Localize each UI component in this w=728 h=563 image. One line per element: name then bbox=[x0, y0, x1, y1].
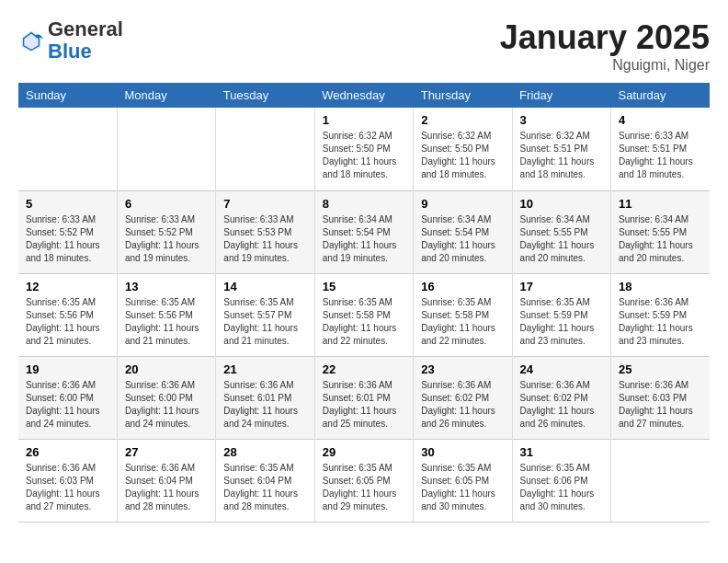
calendar-cell: 9Sunrise: 6:34 AM Sunset: 5:54 PM Daylig… bbox=[414, 190, 512, 273]
week-row: 1Sunrise: 6:32 AM Sunset: 5:50 PM Daylig… bbox=[18, 108, 710, 190]
calendar-cell bbox=[216, 108, 314, 190]
calendar-cell: 11Sunrise: 6:34 AM Sunset: 5:55 PM Dayli… bbox=[611, 190, 710, 273]
calendar-cell: 18Sunrise: 6:36 AM Sunset: 5:59 PM Dayli… bbox=[611, 273, 710, 356]
location-subtitle: Nguigmi, Niger bbox=[500, 57, 710, 74]
calendar-cell: 31Sunrise: 6:35 AM Sunset: 6:06 PM Dayli… bbox=[512, 439, 610, 522]
day-info: Sunrise: 6:34 AM Sunset: 5:54 PM Dayligh… bbox=[421, 213, 504, 265]
calendar-cell: 19Sunrise: 6:36 AM Sunset: 6:00 PM Dayli… bbox=[18, 356, 117, 439]
month-year-title: January 2025 bbox=[500, 18, 710, 57]
day-info: Sunrise: 6:33 AM Sunset: 5:52 PM Dayligh… bbox=[125, 213, 208, 265]
day-number: 31 bbox=[520, 445, 603, 459]
calendar-cell: 12Sunrise: 6:35 AM Sunset: 5:56 PM Dayli… bbox=[18, 273, 117, 356]
day-number: 9 bbox=[421, 197, 504, 211]
calendar-cell: 24Sunrise: 6:36 AM Sunset: 6:02 PM Dayli… bbox=[512, 356, 610, 439]
title-block: January 2025 Nguigmi, Niger bbox=[500, 18, 710, 74]
day-number: 20 bbox=[125, 362, 208, 376]
day-number: 30 bbox=[421, 445, 504, 459]
day-of-week-header: Thursday bbox=[414, 83, 512, 108]
day-info: Sunrise: 6:36 AM Sunset: 6:01 PM Dayligh… bbox=[323, 379, 405, 431]
day-number: 14 bbox=[223, 280, 306, 293]
day-number: 29 bbox=[323, 445, 405, 459]
day-info: Sunrise: 6:36 AM Sunset: 6:03 PM Dayligh… bbox=[26, 462, 109, 513]
calendar-cell: 2Sunrise: 6:32 AM Sunset: 5:50 PM Daylig… bbox=[414, 108, 512, 190]
day-info: Sunrise: 6:36 AM Sunset: 6:03 PM Dayligh… bbox=[619, 379, 702, 431]
day-info: Sunrise: 6:36 AM Sunset: 6:00 PM Dayligh… bbox=[125, 379, 208, 431]
day-number: 17 bbox=[520, 280, 603, 293]
week-row: 12Sunrise: 6:35 AM Sunset: 5:56 PM Dayli… bbox=[18, 273, 710, 356]
day-number: 10 bbox=[520, 197, 603, 211]
day-number: 3 bbox=[520, 113, 603, 127]
day-info: Sunrise: 6:32 AM Sunset: 5:50 PM Dayligh… bbox=[323, 130, 405, 181]
calendar-cell: 28Sunrise: 6:35 AM Sunset: 6:04 PM Dayli… bbox=[216, 439, 314, 522]
day-info: Sunrise: 6:36 AM Sunset: 6:02 PM Dayligh… bbox=[520, 379, 603, 431]
day-info: Sunrise: 6:33 AM Sunset: 5:51 PM Dayligh… bbox=[619, 130, 702, 181]
calendar-cell: 21Sunrise: 6:36 AM Sunset: 6:01 PM Dayli… bbox=[216, 356, 314, 439]
day-info: Sunrise: 6:35 AM Sunset: 5:59 PM Dayligh… bbox=[520, 296, 603, 348]
day-number: 7 bbox=[223, 197, 306, 211]
day-info: Sunrise: 6:36 AM Sunset: 5:59 PM Dayligh… bbox=[619, 296, 702, 348]
day-info: Sunrise: 6:32 AM Sunset: 5:50 PM Dayligh… bbox=[421, 130, 504, 181]
day-number: 5 bbox=[26, 197, 109, 211]
calendar-header: SundayMondayTuesdayWednesdayThursdayFrid… bbox=[18, 83, 710, 108]
calendar-cell: 20Sunrise: 6:36 AM Sunset: 6:00 PM Dayli… bbox=[117, 356, 215, 439]
calendar-cell: 26Sunrise: 6:36 AM Sunset: 6:03 PM Dayli… bbox=[18, 439, 117, 522]
calendar-cell: 15Sunrise: 6:35 AM Sunset: 5:58 PM Dayli… bbox=[314, 273, 413, 356]
calendar-cell: 25Sunrise: 6:36 AM Sunset: 6:03 PM Dayli… bbox=[611, 356, 710, 439]
day-number: 11 bbox=[619, 197, 702, 211]
day-info: Sunrise: 6:36 AM Sunset: 6:04 PM Dayligh… bbox=[125, 462, 208, 513]
calendar-cell: 17Sunrise: 6:35 AM Sunset: 5:59 PM Dayli… bbox=[512, 273, 610, 356]
logo-blue-text: Blue bbox=[48, 40, 92, 63]
day-info: Sunrise: 6:34 AM Sunset: 5:55 PM Dayligh… bbox=[619, 213, 702, 265]
calendar-body: 1Sunrise: 6:32 AM Sunset: 5:50 PM Daylig… bbox=[18, 108, 710, 522]
day-number: 23 bbox=[421, 362, 504, 376]
day-info: Sunrise: 6:36 AM Sunset: 6:02 PM Dayligh… bbox=[421, 379, 504, 431]
calendar-cell: 6Sunrise: 6:33 AM Sunset: 5:52 PM Daylig… bbox=[117, 190, 215, 273]
day-info: Sunrise: 6:36 AM Sunset: 6:01 PM Dayligh… bbox=[223, 379, 306, 431]
logo: General Blue bbox=[18, 18, 123, 63]
calendar-cell: 14Sunrise: 6:35 AM Sunset: 5:57 PM Dayli… bbox=[216, 273, 314, 356]
day-number: 16 bbox=[421, 280, 504, 293]
week-row: 19Sunrise: 6:36 AM Sunset: 6:00 PM Dayli… bbox=[18, 356, 710, 439]
day-number: 27 bbox=[125, 445, 208, 459]
day-number: 6 bbox=[125, 197, 208, 211]
day-info: Sunrise: 6:35 AM Sunset: 6:04 PM Dayligh… bbox=[223, 462, 306, 513]
day-number: 1 bbox=[323, 113, 405, 127]
calendar-cell bbox=[611, 439, 710, 522]
day-of-week-header: Tuesday bbox=[216, 83, 314, 108]
day-info: Sunrise: 6:33 AM Sunset: 5:53 PM Dayligh… bbox=[223, 213, 306, 265]
calendar-cell: 16Sunrise: 6:35 AM Sunset: 5:58 PM Dayli… bbox=[414, 273, 512, 356]
calendar-cell bbox=[117, 108, 215, 190]
day-info: Sunrise: 6:35 AM Sunset: 6:06 PM Dayligh… bbox=[520, 462, 603, 513]
day-number: 21 bbox=[223, 362, 306, 376]
day-number: 12 bbox=[26, 280, 109, 293]
day-info: Sunrise: 6:33 AM Sunset: 5:52 PM Dayligh… bbox=[26, 213, 109, 265]
day-of-week-header: Monday bbox=[117, 83, 215, 108]
day-info: Sunrise: 6:34 AM Sunset: 5:55 PM Dayligh… bbox=[520, 213, 603, 265]
day-number: 25 bbox=[619, 362, 702, 376]
calendar-cell: 7Sunrise: 6:33 AM Sunset: 5:53 PM Daylig… bbox=[216, 190, 314, 273]
day-info: Sunrise: 6:35 AM Sunset: 5:57 PM Dayligh… bbox=[223, 296, 306, 348]
day-number: 8 bbox=[323, 197, 405, 211]
day-info: Sunrise: 6:35 AM Sunset: 5:56 PM Dayligh… bbox=[125, 296, 208, 348]
day-number: 4 bbox=[619, 113, 702, 127]
calendar-cell: 30Sunrise: 6:35 AM Sunset: 6:05 PM Dayli… bbox=[414, 439, 512, 522]
day-number: 13 bbox=[125, 280, 208, 293]
calendar-cell: 27Sunrise: 6:36 AM Sunset: 6:04 PM Dayli… bbox=[117, 439, 215, 522]
day-info: Sunrise: 6:35 AM Sunset: 5:58 PM Dayligh… bbox=[323, 296, 405, 348]
calendar-cell: 1Sunrise: 6:32 AM Sunset: 5:50 PM Daylig… bbox=[314, 108, 413, 190]
day-info: Sunrise: 6:34 AM Sunset: 5:54 PM Dayligh… bbox=[323, 213, 405, 265]
day-info: Sunrise: 6:36 AM Sunset: 6:00 PM Dayligh… bbox=[26, 379, 109, 431]
day-of-week-header: Wednesday bbox=[314, 83, 413, 108]
calendar-cell: 22Sunrise: 6:36 AM Sunset: 6:01 PM Dayli… bbox=[314, 356, 413, 439]
days-of-week-row: SundayMondayTuesdayWednesdayThursdayFrid… bbox=[18, 83, 710, 108]
calendar-cell: 10Sunrise: 6:34 AM Sunset: 5:55 PM Dayli… bbox=[512, 190, 610, 273]
day-info: Sunrise: 6:35 AM Sunset: 6:05 PM Dayligh… bbox=[421, 462, 504, 513]
day-number: 15 bbox=[323, 280, 405, 293]
day-info: Sunrise: 6:35 AM Sunset: 5:58 PM Dayligh… bbox=[421, 296, 504, 348]
calendar-cell: 4Sunrise: 6:33 AM Sunset: 5:51 PM Daylig… bbox=[611, 108, 710, 190]
calendar-cell: 23Sunrise: 6:36 AM Sunset: 6:02 PM Dayli… bbox=[414, 356, 512, 439]
day-number: 24 bbox=[520, 362, 603, 376]
calendar-cell: 3Sunrise: 6:32 AM Sunset: 5:51 PM Daylig… bbox=[512, 108, 610, 190]
day-number: 28 bbox=[223, 445, 306, 459]
logo-general-text: General bbox=[48, 17, 123, 40]
